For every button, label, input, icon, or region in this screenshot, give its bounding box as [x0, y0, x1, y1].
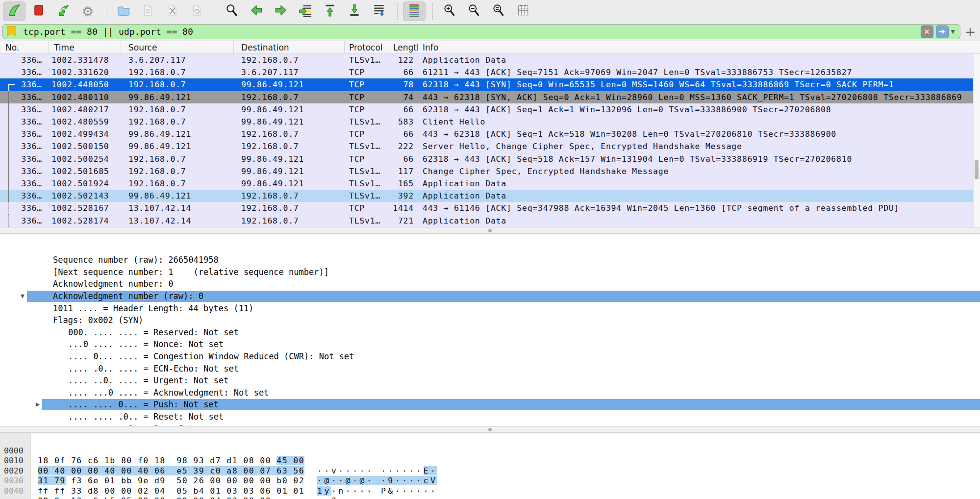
column-header-length[interactable]: Length — [387, 41, 418, 53]
packet-row[interactable]: 336… 1002.500150 99.86.49.121 192.168.0.… — [0, 140, 973, 152]
restart-capture-button[interactable] — [52, 1, 75, 21]
arrow-left-icon — [249, 3, 264, 20]
cell-length: 117 — [387, 165, 418, 177]
detail-text: ...0 .... .... = Nonce: Not set — [68, 339, 224, 349]
toolbar-separator — [397, 3, 398, 20]
cell-destination: 192.168.0.7 — [234, 140, 345, 152]
save-file-button[interactable] — [136, 1, 159, 21]
go-previous-packet-button[interactable] — [245, 1, 268, 21]
cell-protocol: TCP — [345, 103, 387, 116]
packet-row[interactable]: 336… 1002.500254 192.168.0.7 99.86.49.12… — [0, 153, 973, 165]
cell-time: 1002.528167 — [49, 202, 121, 214]
pane-splitter-top[interactable] — [0, 227, 980, 234]
capture-options-button[interactable]: ⚙ — [76, 1, 99, 21]
open-file-button[interactable] — [112, 1, 134, 21]
start-capture-button[interactable] — [3, 1, 25, 21]
hex-row[interactable]: 0010 00 40 00 00 40 00 40 06 e5 39 c0 a8… — [0, 446, 980, 456]
cell-length: 66 — [387, 153, 418, 165]
detail-text: .... .0.. .... = ECN-Echo: Not set — [68, 364, 239, 374]
go-last-packet-button[interactable] — [343, 1, 366, 21]
column-header-time[interactable]: Time — [49, 41, 121, 53]
pane-splitter-bottom[interactable] — [0, 426, 980, 433]
go-first-packet-button[interactable] — [319, 1, 341, 21]
cell-time: 1002.480110 — [49, 91, 121, 103]
cell-no: 336… — [0, 91, 49, 103]
cell-length: 222 — [387, 140, 418, 152]
zoom-out-button[interactable] — [463, 1, 485, 21]
hex-bytes[interactable]: ff ff 33 d8 00 00 02 04 05 b4 01 03 03 0… — [38, 486, 304, 497]
apply-arrow-icon — [938, 27, 946, 36]
close-file-button[interactable] — [161, 1, 183, 21]
display-filter-value[interactable]: tcp.port == 80 || udp.port == 80 — [23, 26, 921, 37]
filter-bookmark-icon[interactable] — [7, 26, 16, 37]
cell-source: 192.168.0.7 — [121, 78, 234, 91]
packet-row[interactable]: 336… 1002.528167 13.107.42.14 192.168.0.… — [0, 202, 973, 214]
go-next-packet-button[interactable] — [270, 1, 292, 21]
zoom-original-button[interactable] — [487, 1, 510, 21]
cell-info: 443 → 62318 [ACK] Seq=1 Ack=518 Win=3020… — [418, 128, 973, 140]
detail-text: 000. .... .... = Reserved: Not set — [68, 327, 239, 337]
packet-row[interactable]: 336… 1002.501924 192.168.0.7 99.86.49.12… — [0, 177, 973, 190]
cell-info: Server Hello, Change Cipher Spec, Encryp… — [418, 140, 973, 152]
resize-columns-button[interactable] — [512, 1, 534, 21]
column-header-info[interactable]: Info — [418, 41, 980, 53]
reload-file-button[interactable] — [185, 1, 208, 21]
scrollbar-thumb[interactable] — [975, 160, 979, 179]
cell-protocol: TCP — [345, 202, 387, 214]
packet-row[interactable]: 336… 1002.331478 3.6.207.117 192.168.0.7… — [0, 54, 973, 66]
cell-no: 336… — [0, 190, 49, 202]
cell-time: 1002.501924 — [49, 177, 121, 190]
hex-row[interactable]: 0020 31 79 f3 6e 01 bb 9e d9 50 26 00 00… — [0, 456, 980, 466]
hex-ascii[interactable]: ··3····· ········ — [317, 496, 437, 499]
filter-apply-button[interactable] — [936, 25, 949, 38]
packet-row[interactable]: 336… 1002.499434 99.86.49.121 192.168.0.… — [0, 128, 973, 140]
auto-scroll-button[interactable] — [368, 1, 390, 21]
packet-row[interactable]: 336… 1002.528174 13.107.42.14 192.168.0.… — [0, 214, 973, 226]
cell-destination: 99.86.49.121 — [234, 78, 345, 91]
zoom-in-button[interactable] — [438, 1, 461, 21]
packet-row[interactable]: 336… 1002.501685 192.168.0.7 99.86.49.12… — [0, 165, 973, 177]
column-header-source[interactable]: Source — [121, 41, 234, 53]
expand-arrow-icon[interactable]: ▶ — [36, 399, 40, 411]
filter-toolbar: tcp.port == 80 || udp.port == 80 ✕ ▼ + — [0, 23, 980, 41]
hex-bytes[interactable]: 08 0a 13 e6 b5 95 00 00 00 00 04 02 00 0… — [38, 496, 271, 499]
goto-packet-icon — [298, 3, 313, 20]
find-packet-button[interactable] — [221, 1, 243, 21]
packet-row[interactable]: 336… 1002.480110 99.86.49.121 192.168.0.… — [0, 91, 973, 103]
cell-info: 443 → 62318 [SYN, ACK] Seq=0 Ack=1 Win=2… — [418, 91, 973, 103]
cell-length: 66 — [387, 66, 418, 78]
hex-ascii[interactable]: 1y·n···· P&······ — [317, 486, 437, 497]
packet-row[interactable]: 336… 1002.480217 192.168.0.7 99.86.49.12… — [0, 103, 973, 116]
packet-row[interactable]: 336… 1002.448050 192.168.0.7 99.86.49.12… — [0, 78, 973, 91]
colorize-packets-button[interactable] — [403, 1, 426, 21]
detail-line[interactable]: ...0 .... .... = Nonce: Not set — [0, 314, 980, 326]
auto-scroll-icon — [372, 3, 386, 20]
packet-row[interactable]: 336… 1002.502143 99.86.49.121 192.168.0.… — [0, 190, 973, 202]
cell-source: 99.86.49.121 — [121, 190, 234, 202]
filter-clear-button[interactable]: ✕ — [921, 25, 933, 38]
hex-row[interactable]: 0000 18 0f 76 c6 1b 80 f0 18 98 93 d7 d1… — [0, 436, 980, 446]
packet-row[interactable]: 336… 1002.331620 192.168.0.7 3.6.207.117… — [0, 66, 973, 78]
detail-text: Acknowledgment number (raw): 0 — [53, 291, 203, 301]
column-header-destination[interactable]: Destination — [234, 41, 345, 53]
detail-line[interactable]: Sequence number (raw): 2665041958 — [0, 234, 980, 242]
gear-icon: ⚙ — [82, 5, 94, 18]
go-to-packet-button[interactable] — [294, 1, 317, 21]
display-filter-input[interactable]: tcp.port == 80 || udp.port == 80 ✕ ▼ — [2, 24, 960, 39]
packet-row[interactable]: 336… 1002.480559 192.168.0.7 99.86.49.12… — [0, 116, 973, 128]
detail-line[interactable]: [Next sequence number: 1 (relative seque… — [0, 242, 980, 254]
hex-row[interactable]: 0030 ff ff 33 d8 00 00 02 04 05 b4 01 03… — [0, 466, 980, 476]
hex-row[interactable]: 0040 08 0a 13 e6 b5 95 00 00 00 00 04 02… — [0, 476, 980, 486]
cell-protocol: TLSv1… — [345, 165, 387, 177]
detail-text: .... .... ..1. = Syn: Set — [68, 424, 194, 426]
column-header-no[interactable]: No. — [0, 41, 49, 53]
stop-capture-button[interactable] — [27, 1, 50, 21]
cell-info: Application Data — [418, 54, 973, 66]
cell-info: 443 → 61146 [ACK] Seq=347988 Ack=16394 W… — [418, 202, 973, 214]
filter-dropdown-caret-icon[interactable]: ▼ — [951, 28, 955, 35]
expand-arrow-icon[interactable]: ▼ — [21, 290, 25, 302]
packet-list-scrollbar[interactable] — [973, 54, 980, 227]
column-header-protocol[interactable]: Protocol — [345, 41, 387, 53]
add-filter-button[interactable]: + — [960, 25, 980, 38]
detail-text: Sequence number (raw): 2665041958 — [53, 255, 219, 265]
